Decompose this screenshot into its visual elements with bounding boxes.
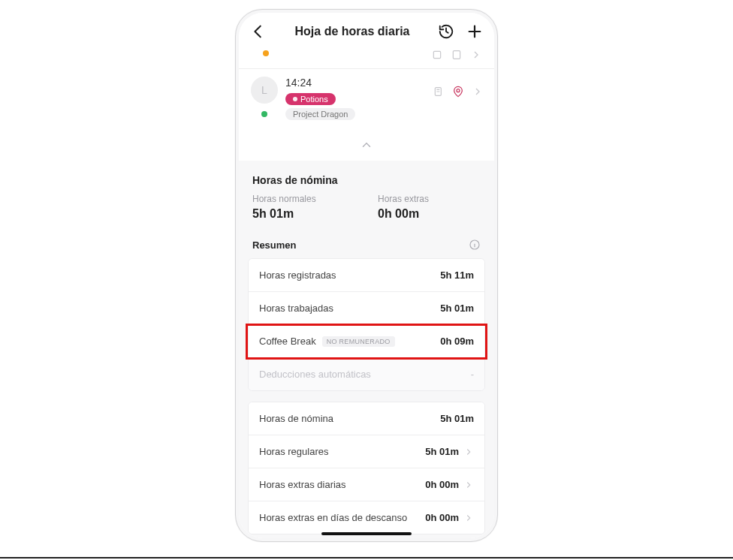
summary-row-value: 5h 01m — [440, 303, 474, 314]
chevron-right-icon — [472, 86, 484, 98]
entry-time: 14:24 — [285, 77, 425, 89]
app-header: Hoja de horas diaria — [239, 13, 494, 50]
svg-point-3 — [457, 89, 460, 92]
summary-row-value: - — [471, 369, 474, 380]
summary-row-value: 5h 11m — [440, 269, 474, 281]
summary-card-wellness: Horas registradas5h 11mHoras trabajadas5… — [248, 258, 485, 391]
summary-row-label: Horas regulares — [259, 446, 329, 457]
summary-row[interactable]: Horas extras diarias0h 00m — [249, 468, 484, 501]
chevron-up-icon — [360, 138, 373, 152]
summary-row[interactable]: Horas extras en días de descanso0h 00m — [249, 501, 484, 534]
summary-row: Horas de nómina5h 01m — [249, 402, 484, 435]
info-icon[interactable] — [469, 239, 481, 251]
summary-row: Horas registradas5h 11m — [249, 259, 484, 292]
receipt-icon — [433, 86, 445, 98]
summary-row-label: Horas trabajadas — [259, 303, 333, 314]
payroll-grid: Horas normales 5h 01m Horas extras 0h 00… — [239, 194, 494, 234]
summary-row-label: Horas registradas — [259, 269, 336, 281]
page-title: Hoja de horas diaria — [295, 25, 410, 38]
summary-row-value: 0h 00m — [425, 479, 459, 490]
collapse-toggle[interactable] — [239, 132, 494, 161]
svg-rect-0 — [433, 51, 440, 58]
resumen-title: Resumen — [252, 239, 297, 251]
tag-secondary: Project Dragon — [285, 108, 355, 120]
timeline-entry[interactable]: L 14:24 Potions Project Dragon — [239, 69, 494, 132]
history-button[interactable] — [437, 23, 455, 41]
add-button[interactable] — [466, 23, 484, 41]
content-scroll[interactable]: L 14:24 Potions Project Dragon — [239, 50, 494, 538]
back-button[interactable] — [249, 23, 267, 41]
tag-primary: Potions — [285, 93, 336, 105]
avatar: L — [251, 77, 278, 104]
summary-row: Deducciones automáticas- — [249, 358, 484, 390]
summary-row[interactable]: Horas regulares5h 01m — [249, 435, 484, 468]
status-dot-orange — [263, 50, 269, 56]
summary-row-label: Horas extras diarias — [259, 479, 346, 490]
status-dot-green — [261, 111, 267, 117]
summary-row-value: 5h 01m — [440, 413, 474, 424]
unpaid-badge: NO REMUNERADO — [322, 336, 395, 347]
chevron-right-icon — [463, 513, 474, 523]
summary-row-value: 0h 00m — [425, 512, 459, 523]
phone-frame: Hoja de horas diaria — [235, 9, 498, 542]
summary-row-label: Coffee Break — [259, 336, 316, 347]
summary-row-label: Horas extras en días de descanso — [259, 512, 407, 523]
summary-row-value: 5h 01m — [425, 446, 459, 457]
timeline-entry-partial — [239, 50, 494, 69]
location-icon — [452, 86, 464, 98]
summary-row: Coffee BreakNO REMUNERADO0h 09m — [249, 325, 484, 358]
payroll-label-normal: Horas normales — [252, 194, 355, 204]
summary-row: Horas trabajadas5h 01m — [249, 292, 484, 325]
stage-bottom-edge — [0, 557, 733, 558]
chevron-right-icon — [470, 50, 482, 61]
home-indicator — [321, 532, 412, 535]
summary-row-label: Horas de nómina — [259, 413, 333, 424]
payroll-section-title: Horas de nómina — [239, 174, 494, 194]
attachment-icon — [431, 50, 443, 61]
svg-rect-1 — [453, 51, 460, 59]
summary-row-value: 0h 09m — [440, 336, 474, 347]
note-icon — [451, 50, 463, 61]
chevron-right-icon — [463, 480, 474, 490]
chevron-right-icon — [463, 447, 474, 457]
payroll-value-extra: 0h 00m — [378, 207, 481, 221]
summary-row-label: Deducciones automáticas — [259, 369, 371, 380]
payroll-value-normal: 5h 01m — [252, 207, 355, 221]
summary-card-payroll: Horas de nómina5h 01mHoras regulares5h 0… — [248, 402, 485, 534]
payroll-label-extra: Horas extras — [378, 194, 481, 204]
